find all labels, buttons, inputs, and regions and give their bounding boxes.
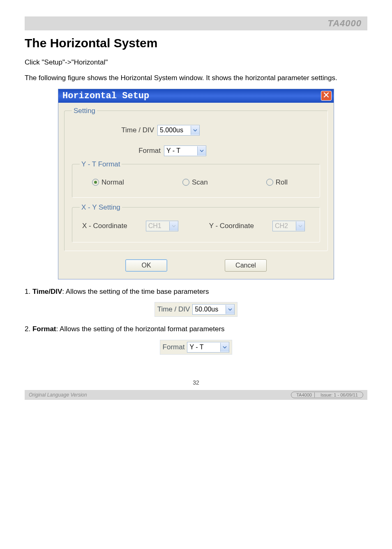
- item2-prefix: 2.: [25, 325, 32, 333]
- intro-line-2: The following figure shows the Horizonta…: [25, 73, 367, 83]
- x-coordinate-value: [146, 221, 169, 231]
- y-coordinate-value: [273, 221, 296, 231]
- radio-scan[interactable]: Scan: [182, 178, 208, 187]
- list-item-1: 1. Time/DIV: Allows the setting of the t…: [25, 287, 367, 297]
- radio-roll-label: Roll: [276, 178, 288, 187]
- radio-icon: [266, 179, 273, 186]
- fig2-label: Format: [163, 343, 185, 351]
- y-coordinate-select: [272, 221, 305, 231]
- item2-rest: : Allows the setting of the horizontal f…: [56, 325, 225, 333]
- close-icon: [323, 92, 329, 99]
- footer-pill: TA4000 Issue: 1 - 06/09/11: [291, 392, 363, 398]
- setting-legend: Setting: [72, 107, 97, 115]
- x-coordinate-label: X - Coordinate: [82, 222, 127, 230]
- fig1-select[interactable]: [192, 304, 235, 315]
- close-button[interactable]: [321, 91, 332, 101]
- x-coordinate-select: [146, 221, 178, 231]
- chevron-down-icon[interactable]: [226, 305, 234, 314]
- yt-format-legend: Y - T Format: [80, 160, 122, 168]
- chevron-down-icon: [169, 221, 178, 231]
- horizontal-setup-dialog: Horizontal Setup Setting Time / DIV: [58, 89, 334, 279]
- chevron-down-icon[interactable]: [197, 146, 206, 155]
- fig2-select[interactable]: [187, 342, 229, 353]
- divider: [314, 392, 318, 397]
- dialog-titlebar[interactable]: Horizontal Setup: [58, 89, 334, 103]
- dialog-title: Horizontal Setup: [62, 91, 321, 101]
- y-coordinate-label: Y - Coordinate: [209, 222, 254, 230]
- list-item-2: 2. Format: Allows the setting of the hor…: [25, 324, 367, 334]
- format-figure: Format: [160, 340, 233, 355]
- original-language-text: Original Language Version: [29, 392, 87, 398]
- xy-setting-legend: X - Y Setting: [80, 203, 122, 212]
- radio-normal-label: Normal: [101, 178, 124, 187]
- radio-normal[interactable]: Normal: [92, 178, 124, 187]
- item1-prefix: 1.: [25, 288, 32, 295]
- xy-setting-group: X - Y Setting X - Coordinate Y - Coordin…: [72, 203, 320, 242]
- time-div-figure: Time / DIV: [154, 302, 238, 317]
- chevron-down-icon: [296, 221, 304, 231]
- item1-rest: : Allows the setting of the time base pa…: [62, 288, 209, 295]
- item2-bold: Format: [32, 325, 56, 333]
- ok-button-label: OK: [141, 262, 151, 269]
- yt-format-group: Y - T Format Normal Scan Roll: [72, 160, 320, 198]
- chevron-down-icon[interactable]: [220, 343, 229, 352]
- radio-icon: [182, 179, 189, 186]
- footer-model: TA4000: [295, 392, 314, 397]
- radio-scan-label: Scan: [192, 178, 208, 187]
- product-name: TA4000: [327, 18, 362, 28]
- time-div-value[interactable]: [158, 126, 191, 135]
- format-label: Format: [72, 147, 164, 155]
- footer-issue: Issue: 1 - 06/09/11: [319, 392, 360, 397]
- header-bar: TA4000: [25, 16, 367, 30]
- item1-bold: Time/DIV: [32, 288, 62, 295]
- cancel-button-label: Cancel: [235, 262, 256, 269]
- fig2-value[interactable]: [187, 343, 220, 352]
- setting-group: Setting Time / DIV Format: [64, 107, 328, 251]
- radio-icon: [92, 179, 99, 186]
- cancel-button[interactable]: Cancel: [225, 259, 267, 272]
- page-footer: 32 Original Language Version TA4000 Issu…: [25, 379, 367, 400]
- format-select[interactable]: [164, 145, 206, 156]
- fig1-label: Time / DIV: [157, 305, 190, 314]
- chevron-down-icon[interactable]: [191, 126, 199, 135]
- fig1-value[interactable]: [193, 305, 226, 314]
- page-title: The Horizontal System: [25, 36, 367, 50]
- ok-button[interactable]: OK: [125, 259, 167, 272]
- format-value[interactable]: [164, 146, 197, 155]
- page-number: 32: [25, 379, 367, 386]
- time-div-select[interactable]: [157, 125, 200, 136]
- time-div-label: Time / DIV: [72, 126, 157, 134]
- radio-roll[interactable]: Roll: [266, 178, 288, 187]
- intro-line-1: Click "Setup"->"Horizontal": [25, 58, 367, 67]
